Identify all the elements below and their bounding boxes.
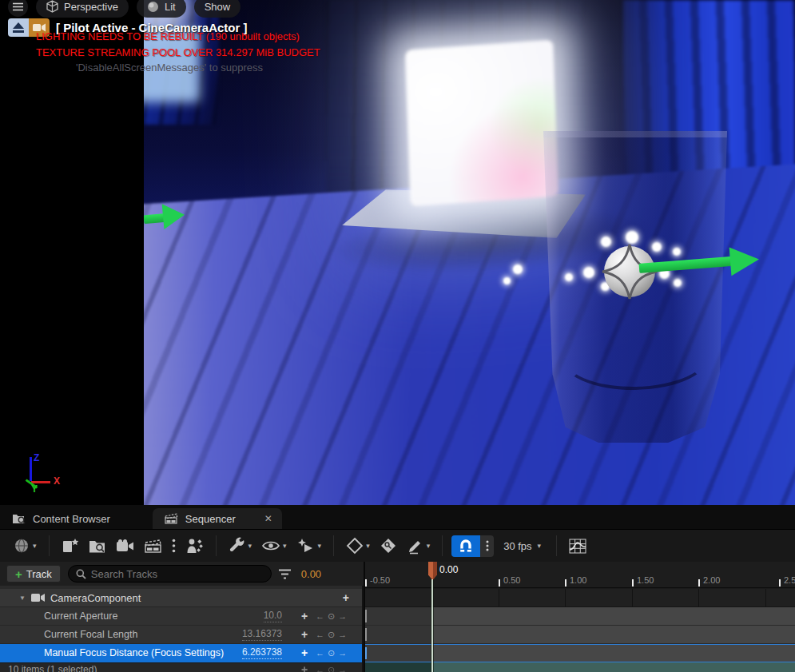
curve-editor-icon (569, 539, 586, 554)
add-key-icon[interactable]: + (293, 646, 316, 659)
search-tracks-input[interactable] (91, 568, 264, 580)
search-icon (76, 569, 86, 579)
globe-icon (13, 537, 30, 555)
add-key-here-icon[interactable]: ⊙ (328, 630, 335, 640)
toolbar-separator (49, 535, 50, 556)
snap-options-button[interactable] (480, 535, 494, 557)
search-tracks-box (68, 565, 272, 583)
track-row-camera-component[interactable]: ▼ CameraComponent + (0, 589, 362, 607)
view-options-button[interactable]: ▾ (256, 535, 292, 557)
tick-label: -0.50 (370, 575, 390, 585)
tab-sequencer[interactable]: Sequencer ✕ (153, 508, 282, 529)
add-section-icon[interactable]: + (343, 591, 349, 604)
keyframe-options-button[interactable]: ▾ (341, 535, 375, 557)
current-focal-length-lane[interactable] (365, 626, 795, 644)
key-navigation: ←⊙→ (316, 648, 362, 658)
track-outliner: ▼ CameraComponent + Current Aperture 10.… (0, 586, 362, 672)
next-key-icon[interactable]: → (338, 611, 347, 621)
next-key-icon[interactable]: → (338, 648, 347, 658)
sequencer-panel: Content Browser Sequencer ✕ ▾ (0, 505, 795, 672)
viewport[interactable]: Perspective Lit Show (0, 0, 795, 505)
expand-chevron-icon[interactable]: ▼ (19, 594, 26, 602)
playhead-marker[interactable] (428, 562, 437, 580)
ruler-tick (499, 579, 500, 587)
curve-editor-button[interactable] (564, 535, 591, 557)
lighting-warning: LIGHTING NEEDS TO BE REBUILT (190 unbuil… (36, 30, 300, 42)
suppress-hint: 'DisableAllScreenMessages' to suppress (76, 62, 263, 74)
track-row-manual-focus-distance[interactable]: Manual Focus Distance (Focus Settings) 6… (0, 644, 362, 662)
tab-content-browser[interactable]: Content Browser (0, 508, 122, 529)
close-tab-icon[interactable]: ✕ (264, 513, 272, 524)
tick-label: 1.00 (570, 575, 586, 585)
snap-toggle-button[interactable] (451, 535, 480, 557)
create-camera-button[interactable] (111, 535, 139, 557)
ruler-tick (565, 579, 566, 587)
fps-dropdown[interactable]: 30 fps ▾ (495, 540, 549, 552)
browse-sequence-button[interactable] (84, 535, 111, 557)
camera-component-lane[interactable] (365, 589, 795, 607)
toolbar-separator (556, 535, 557, 556)
timeline-ruler[interactable]: -0.50 0.50 1.00 1.50 2.00 2.50 0.00 (365, 562, 795, 588)
ruler-tick (698, 579, 700, 587)
chevron-down-icon: ▾ (33, 542, 37, 550)
track-row-current-aperture[interactable]: Current Aperture 10.0 + ←⊙→ (0, 607, 362, 626)
show-button[interactable]: Show (194, 0, 241, 18)
snapping-group (451, 535, 494, 557)
bokeh-sparkle (503, 277, 511, 284)
camera-track-icon (31, 593, 45, 602)
viewport-menu-button[interactable] (8, 0, 28, 17)
camera-icon (116, 539, 134, 553)
status-lane (365, 662, 795, 672)
key-navigation: ←⊙→ (316, 611, 362, 622)
perspective-label: Perspective (64, 1, 118, 13)
chevron-down-icon: ▾ (427, 542, 431, 550)
next-key-icon[interactable]: → (338, 630, 347, 639)
save-as-button[interactable] (57, 535, 84, 557)
world-button[interactable]: ▾ (8, 535, 42, 557)
show-label: Show (205, 1, 231, 13)
viewport-toolbar: Perspective Lit Show (0, 0, 240, 18)
prev-key-icon[interactable]: ← (316, 630, 324, 639)
perspective-button[interactable]: Perspective (36, 0, 129, 18)
outliner-status-row: 10 items (1 selected) + ←⊙→ (0, 662, 362, 672)
edit-mode-button[interactable]: ▾ (402, 535, 435, 557)
sequence-tools-button[interactable]: ▾ (224, 535, 257, 557)
property-value[interactable]: 10.0 (264, 610, 282, 622)
add-key-icon[interactable]: + (293, 628, 316, 641)
grid-line (632, 589, 633, 606)
auto-key-button[interactable] (375, 535, 402, 557)
lit-sphere-icon (147, 1, 159, 13)
manual-focus-distance-lane[interactable] (365, 644, 795, 662)
tick-label: 2.00 (703, 575, 720, 585)
unreal-editor: Perspective Lit Show (0, 0, 795, 672)
folder-search-icon (89, 539, 106, 554)
add-key-icon[interactable]: + (293, 610, 316, 622)
stop-piloting-button[interactable] (8, 18, 29, 37)
add-key-here-icon[interactable]: ⊙ (328, 648, 335, 658)
add-track-button[interactable]: + Track (6, 565, 61, 583)
prev-key-icon[interactable]: ← (316, 648, 324, 658)
playback-options-button[interactable]: ▾ (292, 535, 327, 557)
track-row-current-focal-length[interactable]: Current Focal Length 13.16373 + ←⊙→ (0, 626, 362, 644)
property-value[interactable]: 6.263738 (242, 646, 282, 659)
timeline-area[interactable]: -0.50 0.50 1.00 1.50 2.00 2.50 0.00 (364, 562, 795, 672)
filter-icon[interactable] (279, 569, 291, 579)
property-value[interactable]: 13.16373 (242, 628, 282, 641)
timeline-lanes (365, 589, 795, 672)
add-key-here-icon[interactable]: ⊙ (328, 611, 335, 622)
toolbar-separator (216, 535, 217, 556)
actor-keys-icon (185, 538, 204, 554)
current-time-field[interactable]: 0.00 (301, 568, 321, 580)
current-aperture-lane[interactable] (365, 607, 795, 626)
cube-icon (46, 0, 58, 13)
prev-key-icon[interactable]: ← (316, 611, 324, 621)
scene-laptop-screen (405, 40, 559, 207)
gizmo-arrow-head[interactable] (729, 245, 761, 276)
tab-content-browser-label: Content Browser (33, 513, 110, 525)
bind-actor-button[interactable] (181, 535, 209, 557)
grid-line (765, 589, 766, 606)
render-movie-button[interactable] (139, 535, 167, 557)
playhead-line[interactable] (431, 579, 433, 672)
toolbar-options-button[interactable] (167, 535, 181, 557)
lit-button[interactable]: Lit (137, 0, 186, 18)
